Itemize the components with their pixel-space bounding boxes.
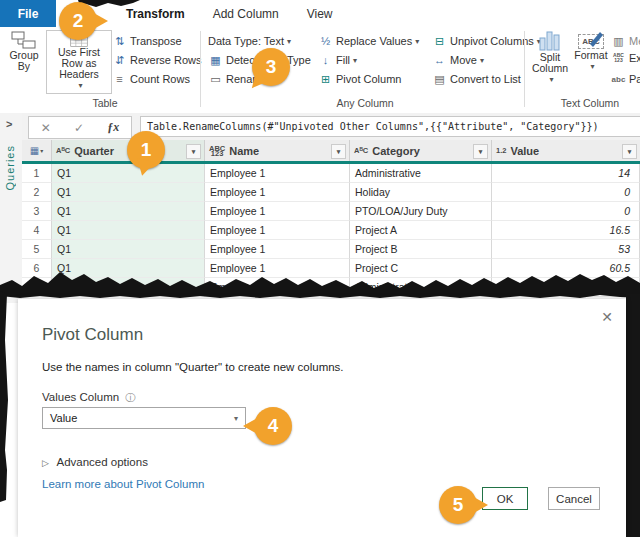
transpose-icon: ⇅ <box>112 35 127 48</box>
table-row: 6Q1Employee 1Project C60.5 <box>22 259 640 278</box>
table-row: 1Q1Employee 1Administrative14 <box>22 164 640 183</box>
move-button[interactable]: ↔ Move ▾ <box>432 52 484 68</box>
values-column-selected: Value <box>50 412 77 424</box>
table-row: 2Q1Employee 1Holiday0 <box>22 183 640 202</box>
fill-label: Fill <box>336 54 350 66</box>
data-type-caret-icon: ▾ <box>287 37 291 46</box>
format-label: Format <box>574 50 607 61</box>
parse-button[interactable]: abc Parse <box>611 71 640 87</box>
tab-view[interactable]: View <box>293 0 347 27</box>
formula-buttons: ✕ ✓ ƒx <box>28 116 132 139</box>
replace-values-button[interactable]: ½ Replace Values ▾ <box>318 33 419 49</box>
table-row: 7Q2Employee 1Administrative14 <box>22 278 640 297</box>
filter-quarter-icon[interactable]: ▾ <box>186 144 201 159</box>
transpose-button[interactable]: ⇅ Transpose <box>112 33 182 49</box>
table-row: 4Q1Employee 1Project A16.5 <box>22 221 640 240</box>
extract-icon: ABC 123 <box>611 53 626 63</box>
commit-formula-icon[interactable]: ✓ <box>74 121 84 135</box>
group-by-label: Group By <box>4 50 44 72</box>
count-rows-label: Count Rows <box>130 73 190 85</box>
split-column-button[interactable]: Split Column ▾ <box>529 30 571 85</box>
pivot-column-icon: ⊞ <box>318 73 333 86</box>
power-query-editor: File Transform Add Column View Group By … <box>0 0 640 537</box>
text-type-icon: AᴮC <box>354 146 368 155</box>
extract-button[interactable]: ABC 123 Extract <box>611 50 640 66</box>
filter-category-icon[interactable]: ▾ <box>473 144 488 159</box>
tab-transform[interactable]: Transform <box>112 0 199 27</box>
detect-data-type-icon: ▦ <box>208 54 223 67</box>
reverse-rows-icon: ⇵ <box>112 54 127 67</box>
cell-quarter: Q2 <box>52 278 205 297</box>
pivot-column-button[interactable]: ⊞ Pivot Column <box>318 71 401 87</box>
split-column-caret-icon: ▾ <box>549 74 553 85</box>
formula-input[interactable]: Table.RenameColumns(#"Unpivoted Other Co… <box>140 116 640 137</box>
filter-name-icon[interactable]: ▾ <box>331 144 346 159</box>
move-icon: ↔ <box>432 54 447 66</box>
ribbon: Group By Use First Row as Headers ▾ ⇅ Tr… <box>0 27 640 114</box>
cell-value: 60.5 <box>492 259 640 278</box>
count-rows-icon: ≡ <box>112 73 127 85</box>
merge-columns-label: Merge <box>629 35 640 47</box>
group-by-icon <box>11 30 37 50</box>
row-number: 3 <box>22 202 52 221</box>
cancel-button[interactable]: Cancel <box>548 487 600 510</box>
cell-value: 16.5 <box>492 221 640 240</box>
values-column-dropdown[interactable]: Value ▾ <box>42 407 246 429</box>
use-first-row-label: Use First Row as Headers <box>49 47 109 80</box>
move-caret-icon: ▾ <box>480 56 484 65</box>
advanced-options-label: Advanced options <box>56 456 147 468</box>
cell-value: 14 <box>492 278 640 297</box>
advanced-options-toggle[interactable]: ▷ Advanced options <box>42 456 148 468</box>
filter-value-icon[interactable]: ▾ <box>622 144 637 159</box>
queries-pane-collapsed: > Queries <box>0 113 23 303</box>
learn-more-link[interactable]: Learn more about Pivot Column <box>42 478 204 490</box>
cell-quarter: Q1 <box>52 221 205 240</box>
dialog-title: Pivot Column <box>42 325 143 345</box>
values-column-label: Values Column ⓘ <box>42 391 135 405</box>
column-header-label: Category <box>372 145 420 157</box>
format-button[interactable]: ABC Format ▾ <box>574 30 608 72</box>
convert-to-list-button[interactable]: ▤ Convert to List <box>432 71 521 87</box>
fx-icon[interactable]: ƒx <box>107 120 119 135</box>
merge-columns-button[interactable]: ▥ Merge <box>611 33 640 49</box>
group-by-button[interactable]: Group By <box>4 30 44 72</box>
table-corner-menu[interactable]: ▦ ▾ <box>22 140 52 161</box>
cell-category: Administrative <box>350 278 492 297</box>
callout-badge-3: 3 <box>252 48 290 86</box>
table-group-label: Table <box>40 97 170 109</box>
info-icon: ⓘ <box>125 392 135 403</box>
merge-columns-icon: ▥ <box>611 35 626 48</box>
row-number: 1 <box>22 164 52 183</box>
cell-quarter: Q1 <box>52 183 205 202</box>
queries-pane-label[interactable]: Queries <box>4 145 16 191</box>
cell-name: Employee 1 <box>205 278 350 297</box>
expand-queries-chevron-icon[interactable]: > <box>6 118 12 130</box>
table-grid-icon: ▦ <box>30 145 39 156</box>
fill-button[interactable]: ↓ Fill ▾ <box>318 52 357 68</box>
data-type-button[interactable]: Data Type: Text ▾ <box>208 33 291 49</box>
tab-file[interactable]: File <box>0 0 56 27</box>
data-preview-grid: ▦ ▾ AᴮC Quarter ▾ ABC 123 Name ▾ AᴮC Cat… <box>22 140 640 302</box>
column-header-name[interactable]: ABC 123 Name ▾ <box>205 140 350 161</box>
parse-icon: abc <box>611 75 626 84</box>
header-row: ▦ ▾ AᴮC Quarter ▾ ABC 123 Name ▾ AᴮC Cat… <box>22 140 640 161</box>
count-rows-button[interactable]: ≡ Count Rows <box>112 71 190 87</box>
replace-values-label: Replace Values <box>336 35 412 47</box>
dialog-close-icon[interactable]: ✕ <box>601 309 613 325</box>
ok-button[interactable]: OK <box>482 487 528 510</box>
split-column-icon <box>538 30 562 52</box>
cell-value: 0 <box>492 202 640 221</box>
column-header-label: Name <box>229 145 259 157</box>
column-header-category[interactable]: AᴮC Category ▾ <box>350 140 492 161</box>
tab-add-column[interactable]: Add Column <box>199 0 293 27</box>
table-menu-caret-icon: ▾ <box>40 147 43 154</box>
column-header-value[interactable]: 1.2 Value ▾ <box>492 140 640 161</box>
cell-quarter: Q1 <box>52 259 205 278</box>
cell-quarter: Q1 <box>52 240 205 259</box>
cancel-formula-icon[interactable]: ✕ <box>41 121 51 135</box>
row-number: 7 <box>22 278 52 297</box>
dialog-description: Use the names in column "Quarter" to cre… <box>42 361 344 373</box>
reverse-rows-button[interactable]: ⇵ Reverse Rows <box>112 52 202 68</box>
fill-icon: ↓ <box>318 54 333 66</box>
column-header-label: Quarter <box>74 145 114 157</box>
